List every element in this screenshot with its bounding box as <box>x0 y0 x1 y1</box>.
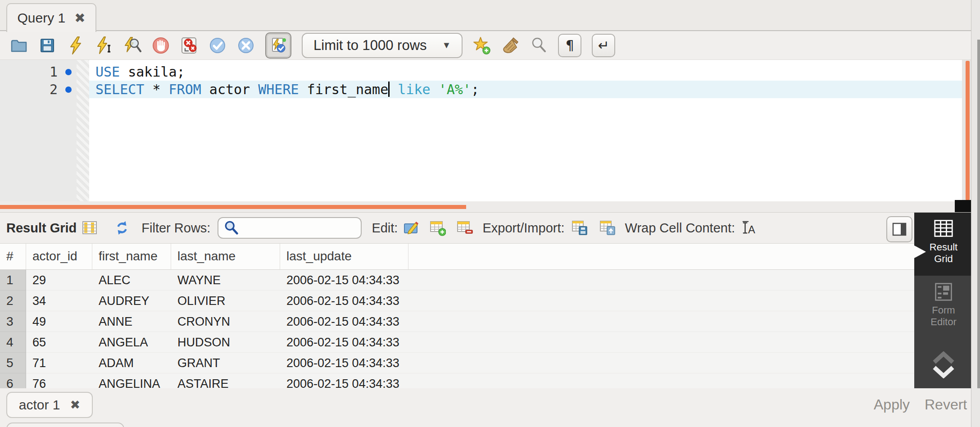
table-cell[interactable]: GRANT <box>171 353 280 373</box>
wrap-return-icon: ↵ <box>598 37 609 53</box>
rollback-icon[interactable] <box>237 36 255 55</box>
table-cell[interactable]: ALEC <box>92 270 171 291</box>
table-cell[interactable]: ANGELA <box>92 332 171 353</box>
row-number-cell[interactable]: 2 <box>0 291 26 311</box>
row-filler <box>408 353 914 373</box>
filter-rows-input[interactable] <box>244 221 354 236</box>
table-cell[interactable]: ANNE <box>92 311 171 332</box>
table-cell[interactable]: WAYNE <box>171 270 280 291</box>
grid-icon <box>81 219 98 236</box>
sql-editor[interactable]: 1USE sakila;2SELECT * FROM actor WHERE f… <box>0 60 962 201</box>
row-limit-dropdown[interactable]: Limit to 1000 rows ▼ <box>302 33 463 58</box>
code-line[interactable]: 2SELECT * FROM actor WHERE first_name li… <box>0 81 962 98</box>
table-row[interactable]: 571ADAMGRANT2006-02-15 04:34:33 <box>0 353 914 373</box>
toggle-side-panel-button[interactable] <box>886 216 912 242</box>
table-cell[interactable]: 2006-02-15 04:34:33 <box>280 311 408 332</box>
editor-horizontal-scrollbar[interactable] <box>0 201 971 212</box>
row-number-cell[interactable]: 6 <box>0 373 26 388</box>
filter-rows-searchbox[interactable] <box>218 217 362 239</box>
apply-button[interactable]: Apply <box>874 396 910 413</box>
execute-current-statement-icon[interactable] <box>95 36 113 55</box>
show-invisibles-button[interactable]: ¶ <box>558 34 581 57</box>
export-recordset-icon[interactable] <box>571 219 588 236</box>
column-header-rownum[interactable]: # <box>0 244 26 269</box>
table-cell[interactable]: 49 <box>26 311 92 332</box>
row-filler <box>408 270 914 291</box>
column-header-actor_id[interactable]: actor_id <box>26 244 92 269</box>
commit-icon[interactable] <box>209 36 227 55</box>
table-cell[interactable]: ASTAIRE <box>171 373 280 388</box>
table-cell[interactable]: 2006-02-15 04:34:33 <box>280 332 408 353</box>
execute-query-icon[interactable] <box>67 36 85 55</box>
explain-plan-icon[interactable] <box>123 36 141 55</box>
table-row[interactable]: 129ALECWAYNE2006-02-15 04:34:33 <box>0 270 914 291</box>
close-icon[interactable]: ✖ <box>70 399 81 411</box>
save-snippet-icon[interactable] <box>473 36 491 55</box>
column-header-last_name[interactable]: last_name <box>171 244 280 269</box>
table-cell[interactable]: ADAM <box>92 353 171 373</box>
table-row[interactable]: 676ANGELINAASTAIRE2006-02-15 04:34:33 <box>0 373 914 388</box>
column-header-last_update[interactable]: last_update <box>280 244 408 269</box>
table-cell[interactable]: 2006-02-15 04:34:33 <box>280 353 408 373</box>
code-line[interactable]: 1USE sakila; <box>0 63 962 81</box>
table-cell[interactable]: CRONYN <box>171 311 280 332</box>
table-row[interactable]: 234AUDREYOLIVIER2006-02-15 04:34:33 <box>0 291 914 311</box>
row-number-cell[interactable]: 5 <box>0 353 26 373</box>
table-cell[interactable]: ANGELINA <box>92 373 171 388</box>
clipped-panel-edge <box>6 422 124 427</box>
panel-up-chevron[interactable] <box>914 351 973 364</box>
table-cell[interactable]: 76 <box>26 373 92 388</box>
window-right-scroll-strip[interactable] <box>971 0 980 427</box>
row-filler <box>408 311 914 332</box>
tab-query-1[interactable]: Query 1 ✖ <box>6 3 96 32</box>
scrollbar-thumb[interactable] <box>966 61 970 200</box>
table-cell[interactable]: 29 <box>26 270 92 291</box>
edit-record-icon[interactable] <box>403 219 420 236</box>
insert-row-icon[interactable] <box>429 219 446 236</box>
table-cell[interactable]: 71 <box>26 353 92 373</box>
refresh-icon[interactable] <box>113 219 131 236</box>
find-icon[interactable] <box>530 36 548 55</box>
code-text: SELECT * FROM actor WHERE first_name lik… <box>95 82 479 97</box>
scrollbar-corner <box>955 200 971 212</box>
beautify-sql-icon[interactable] <box>501 36 519 55</box>
side-panel-item-form-editor[interactable]: Form Editor <box>914 276 973 339</box>
revert-button[interactable]: Revert <box>925 396 967 413</box>
close-icon[interactable]: ✖ <box>74 12 85 25</box>
table-cell[interactable]: OLIVIER <box>171 291 280 311</box>
table-cell[interactable]: 65 <box>26 332 92 353</box>
search-icon <box>223 219 240 236</box>
table-cell[interactable]: HUDSON <box>171 332 280 353</box>
row-number-cell[interactable]: 1 <box>0 270 26 291</box>
scrollbar-thumb[interactable] <box>977 40 980 388</box>
panel-down-chevron[interactable] <box>914 366 973 378</box>
save-icon[interactable] <box>38 36 56 55</box>
wrap-cell-content-icon[interactable]: A <box>740 219 758 236</box>
editor-vertical-scrollbar[interactable] <box>962 60 971 201</box>
column-header-first_name[interactable]: first_name <box>92 244 171 269</box>
row-number-cell[interactable]: 3 <box>0 311 26 332</box>
table-cell[interactable]: 34 <box>26 291 92 311</box>
toggle-word-wrap-button[interactable]: ↵ <box>592 34 615 57</box>
table-header-row: #actor_idfirst_namelast_namelast_update <box>0 244 914 270</box>
import-records-icon[interactable] <box>599 219 616 236</box>
side-panel-item-result-grid[interactable]: Result Grid <box>914 213 973 276</box>
table-cell[interactable]: 2006-02-15 04:34:33 <box>280 373 408 388</box>
toggle-stop-on-error-icon[interactable] <box>180 36 198 55</box>
table-row[interactable]: 465ANGELAHUDSON2006-02-15 04:34:33 <box>0 332 914 353</box>
toggle-autocommit-button[interactable] <box>265 32 291 59</box>
stop-query-icon[interactable] <box>152 36 170 55</box>
row-number-cell[interactable]: 4 <box>0 332 26 353</box>
table-cell[interactable]: AUDREY <box>92 291 171 311</box>
table-row[interactable]: 349ANNECRONYN2006-02-15 04:34:33 <box>0 311 914 332</box>
column-header-filler <box>408 244 914 269</box>
scrollbar-thumb[interactable] <box>0 205 466 209</box>
table-cell[interactable]: 2006-02-15 04:34:33 <box>280 291 408 311</box>
open-file-icon[interactable] <box>10 36 28 55</box>
table-cell[interactable]: 2006-02-15 04:34:33 <box>280 270 408 291</box>
code-lines: 1USE sakila;2SELECT * FROM actor WHERE f… <box>0 63 962 98</box>
autocommit-icon <box>269 36 287 55</box>
delete-row-icon[interactable] <box>456 219 473 236</box>
tab-actor-1[interactable]: actor 1 ✖ <box>6 392 93 418</box>
tab-query-1-label: Query 1 <box>17 10 65 26</box>
